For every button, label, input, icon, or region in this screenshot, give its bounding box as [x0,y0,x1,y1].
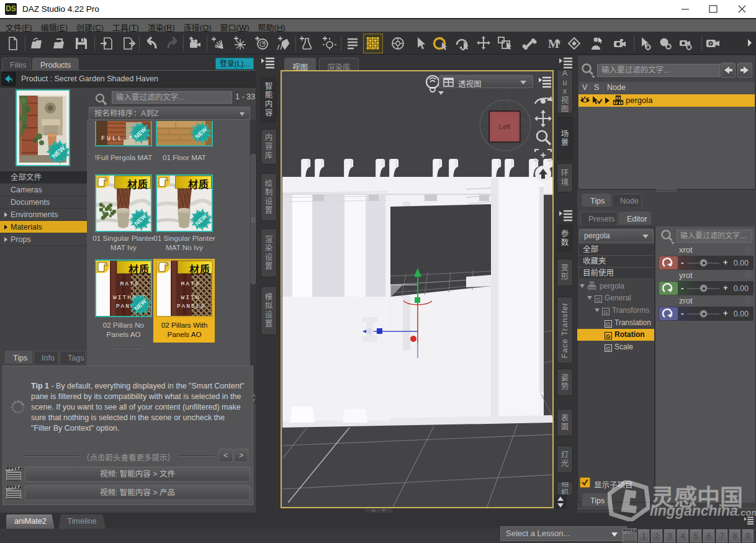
svg-text:PANELS: PANELS [177,303,205,310]
svg-text:MATS: MATS [181,280,200,287]
svg-text:WITH: WITH [181,294,200,301]
svg-text:Left: Left [499,123,510,130]
svg-text:MATS: MATS [120,280,140,287]
